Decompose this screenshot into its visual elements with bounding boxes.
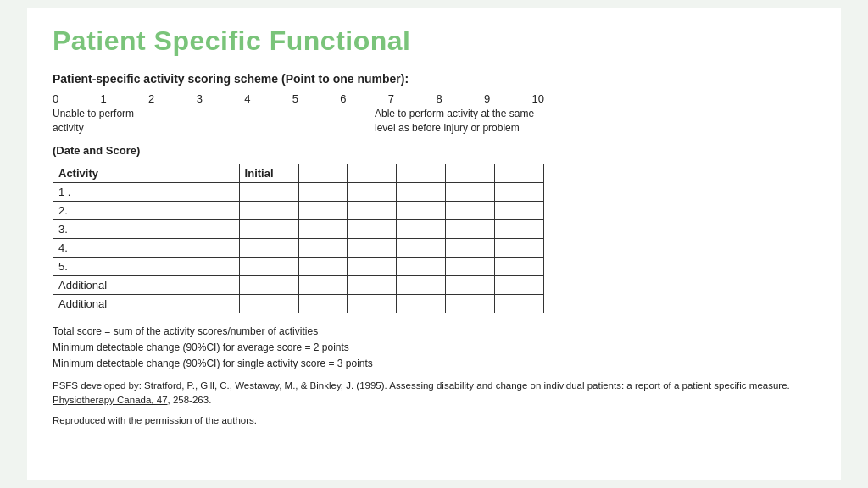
table-cell: [348, 257, 397, 275]
table-cell: [495, 238, 544, 257]
scale-num-6: 6: [340, 92, 346, 105]
table-cell: [348, 238, 397, 257]
table-cell: [239, 182, 298, 201]
table-row: 5.: [53, 257, 240, 275]
table-cell: [397, 275, 446, 294]
table-row: Additional: [53, 294, 240, 313]
table-cell: [446, 201, 495, 219]
col-header-activity: Activity: [53, 164, 240, 182]
scale-num-2: 2: [148, 92, 154, 105]
scale-num-1: 1: [101, 92, 107, 105]
note-line: Minimum detectable change (90%CI) for si…: [53, 356, 815, 372]
scale-num-8: 8: [436, 92, 442, 105]
citation-journal: Physiotherapy Canada, 47: [53, 395, 168, 405]
table-cell: [495, 275, 544, 294]
table-cell: [446, 257, 495, 275]
scale-num-3: 3: [197, 92, 203, 105]
table-cell: [495, 294, 544, 313]
table-row: 4.: [53, 238, 240, 257]
scale-num-10: 10: [531, 92, 543, 105]
table-cell: [298, 294, 348, 313]
scale-desc-left: Unable to perform activity: [53, 107, 154, 136]
table-row: 1 .: [53, 182, 240, 201]
scale-num-7: 7: [388, 92, 394, 105]
table-row: 3.: [53, 219, 240, 238]
table-cell: [397, 294, 446, 313]
scale-num-0: 0: [53, 92, 58, 105]
table-cell: [446, 294, 495, 313]
table-cell: [239, 294, 298, 313]
col-header-extra2: [348, 164, 397, 182]
table-cell: [397, 238, 446, 257]
note-line: Total score = sum of the activity scores…: [53, 324, 815, 340]
table-cell: [298, 238, 348, 257]
table-cell: [239, 201, 298, 219]
table-cell: [298, 257, 348, 275]
table-cell: [239, 275, 298, 294]
table-cell: [446, 275, 495, 294]
col-header-extra1: [298, 164, 348, 182]
table-cell: [239, 219, 298, 238]
table-cell: [495, 219, 544, 238]
page-container: Patient Specific Functional Patient-spec…: [27, 8, 841, 480]
table-cell: [495, 257, 544, 275]
scale-num-9: 9: [484, 92, 490, 105]
table-cell: [446, 238, 495, 257]
table-cell: [348, 294, 397, 313]
scale-desc-right: Able to perform activity at the same lev…: [375, 107, 544, 136]
table-cell: [239, 257, 298, 275]
date-score-label: (Date and Score): [53, 144, 815, 157]
table-cell: [298, 182, 348, 201]
table-cell: [397, 219, 446, 238]
col-header-initial: Initial: [239, 164, 298, 182]
table-cell: [348, 219, 397, 238]
scale-num-5: 5: [292, 92, 298, 105]
table-cell: [446, 219, 495, 238]
scale-num-4: 4: [244, 92, 250, 105]
table-cell: [495, 182, 544, 201]
table-cell: [446, 182, 495, 201]
table-row: Additional: [53, 275, 240, 294]
activity-table: Activity Initial 1 .2.3.4.5.AdditionalAd…: [53, 164, 544, 313]
table-cell: [397, 257, 446, 275]
table-cell: [495, 201, 544, 219]
table-cell: [298, 201, 348, 219]
col-header-extra3: [397, 164, 446, 182]
note-line: Minimum detectable change (90%CI) for av…: [53, 340, 815, 356]
table-cell: [239, 238, 298, 257]
scale-descriptions: Unable to perform activity Able to perfo…: [53, 107, 544, 136]
scale-numbers-row: 0 1 2 3 4 5 6 7 8 9 10: [53, 92, 544, 105]
citation-text: PSFS developed by: Stratford, P., Gill, …: [53, 379, 815, 408]
notes-section: Total score = sum of the activity scores…: [53, 324, 815, 373]
table-cell: [397, 182, 446, 201]
table-cell: [348, 201, 397, 219]
reproduced-text: Reproduced with the permission of the au…: [53, 415, 815, 425]
col-header-extra4: [446, 164, 495, 182]
table-cell: [298, 219, 348, 238]
table-cell: [298, 275, 348, 294]
table-cell: [348, 182, 397, 201]
table-cell: [348, 275, 397, 294]
page-title: Patient Specific Functional: [53, 25, 815, 57]
table-row: 2.: [53, 201, 240, 219]
table-cell: [397, 201, 446, 219]
col-header-extra5: [495, 164, 544, 182]
scoring-title: Patient-specific activity scoring scheme…: [53, 72, 815, 86]
